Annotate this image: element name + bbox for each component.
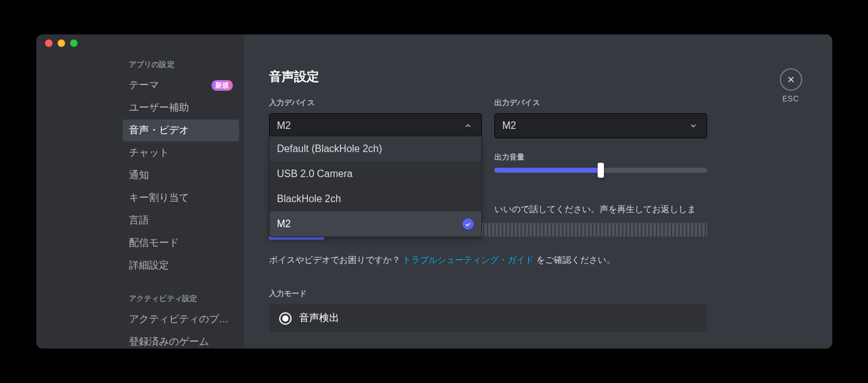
sidebar-section-app-settings: アプリの設定 (123, 56, 244, 74)
sidebar-item-label: ユーザー補助 (129, 101, 189, 115)
chevron-down-icon (688, 120, 699, 131)
sidebar-item-theme[interactable]: テーマ 新規 (123, 74, 239, 96)
new-badge: 新規 (212, 80, 233, 91)
sidebar-item-label: キー割り当て (129, 192, 189, 205)
sidebar-item-chat[interactable]: チャット (123, 142, 239, 164)
input-device-select[interactable]: M2 (269, 113, 482, 138)
close-button[interactable] (780, 68, 802, 91)
dropdown-option[interactable]: Default (BlackHole 2ch) (270, 136, 481, 161)
sidebar-item-registered-games[interactable]: 登録済みのゲーム (123, 331, 239, 349)
settings-sidebar: アプリの設定 テーマ 新規 ユーザー補助 音声・ビデオ チャット 通知 キー割り… (36, 34, 244, 349)
window-minimize-button[interactable] (58, 39, 65, 47)
help-suffix: をご確認ください。 (536, 255, 615, 265)
sidebar-item-label: 音声・ビデオ (129, 124, 189, 137)
slider-thumb[interactable] (598, 163, 604, 178)
mic-test-description: いいので話してください。声を再生してお返ししま (494, 203, 707, 216)
dropdown-option[interactable]: M2 (270, 212, 481, 237)
sidebar-item-keybindings[interactable]: キー割り当て (123, 187, 239, 209)
troubleshoot-text: ボイスやビデオでお困りですか？ トラブルシューティング・ガイド をご確認ください… (269, 255, 707, 266)
sidebar-item-streamer-mode[interactable]: 配信モード (123, 232, 239, 254)
window-zoom-button[interactable] (70, 39, 78, 47)
input-mode-label: 入力モード (269, 289, 707, 299)
esc-label: ESC (780, 94, 802, 103)
output-device-select[interactable]: M2 (494, 113, 707, 138)
sidebar-item-notifications[interactable]: 通知 (123, 165, 239, 186)
sidebar-item-label: 詳細設定 (129, 259, 169, 272)
output-volume-label: 出力音量 (494, 152, 707, 163)
sidebar-item-language[interactable]: 言語 (123, 210, 239, 232)
radio-icon (279, 312, 292, 325)
window-titlebar (36, 34, 832, 52)
sidebar-item-activity-privacy[interactable]: アクティビティのプラ... (123, 309, 239, 330)
sidebar-item-label: 言語 (129, 214, 149, 227)
sidebar-section-activity-settings: アクティビティ設定 (123, 290, 244, 308)
dropdown-option-label: Default (BlackHole 2ch) (277, 143, 382, 155)
troubleshoot-link[interactable]: トラブルシューティング・ガイド (402, 255, 534, 265)
slider-fill (494, 168, 601, 173)
dropdown-option-label: BlackHole 2ch (277, 193, 341, 205)
sidebar-item-label: テーマ (129, 79, 159, 92)
help-prefix: ボイスやビデオでお困りですか？ (269, 255, 401, 265)
dropdown-option-label: USB 2.0 Camera (277, 168, 353, 180)
input-mode-value: 音声検出 (299, 312, 339, 325)
dropdown-option-label: M2 (277, 218, 291, 230)
window-close-button[interactable] (45, 39, 53, 47)
sidebar-item-label: チャット (129, 146, 169, 160)
close-settings: ESC (780, 68, 802, 103)
sidebar-item-label: アクティビティのプラ... (129, 313, 233, 326)
sidebar-item-accessibility[interactable]: ユーザー補助 (123, 97, 239, 119)
sidebar-item-label: 配信モード (129, 237, 179, 250)
output-volume-slider[interactable] (494, 168, 707, 173)
page-title: 音声設定 (269, 68, 707, 85)
settings-content: 音声設定 入力デバイス M2 Default (BlackHole 2ch) (244, 34, 832, 349)
output-device-value: M2 (503, 120, 516, 131)
dropdown-option[interactable]: USB 2.0 Camera (270, 161, 481, 186)
input-device-value: M2 (277, 120, 291, 131)
sidebar-item-advanced[interactable]: 詳細設定 (123, 255, 239, 277)
sidebar-item-voice-video[interactable]: 音声・ビデオ (123, 120, 239, 141)
output-device-label: 出力デバイス (494, 98, 707, 108)
check-icon (462, 218, 474, 230)
input-device-label: 入力デバイス (269, 98, 482, 108)
sidebar-item-label: 登録済みのゲーム (129, 335, 209, 349)
sidebar-item-label: 通知 (129, 169, 149, 182)
input-mode-option[interactable]: 音声検出 (269, 304, 707, 332)
dropdown-option[interactable]: BlackHole 2ch (270, 186, 481, 212)
chevron-up-icon (462, 120, 474, 131)
input-device-dropdown: Default (BlackHole 2ch) USB 2.0 Camera B… (269, 136, 482, 237)
